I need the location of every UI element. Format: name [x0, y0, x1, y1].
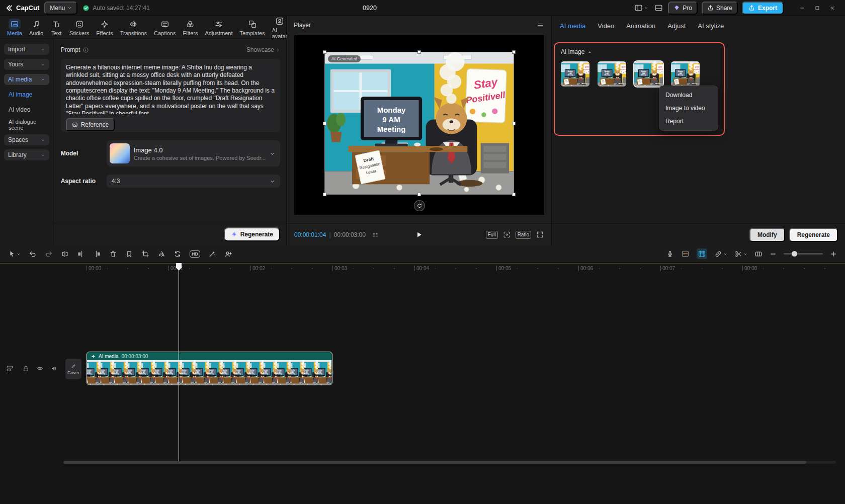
prompt-input[interactable]: Generate a hilarious internet meme image… — [61, 59, 280, 132]
select-tool-button[interactable] — [8, 250, 21, 258]
menu-button[interactable]: Menu — [44, 2, 77, 15]
track-options-icon[interactable] — [6, 365, 14, 372]
export-button[interactable]: Export — [742, 2, 784, 15]
mute-track-icon[interactable] — [50, 365, 58, 372]
sidebar-item-yours[interactable]: Yours — [4, 59, 49, 70]
workspace-layout-icon[interactable] — [633, 3, 649, 13]
enhance-wand-icon[interactable] — [208, 250, 216, 258]
tab-animation[interactable]: Animation — [626, 22, 655, 30]
tab-text[interactable]: Text — [47, 19, 65, 36]
model-dropdown[interactable]: Image 4.0 Create a cohesive set of image… — [107, 140, 280, 166]
prompt-regenerate-button[interactable]: Regenerate — [224, 227, 280, 241]
rotate-handle[interactable] — [414, 200, 425, 211]
zoom-slider-thumb[interactable] — [792, 251, 797, 257]
resize-handle-e[interactable] — [512, 122, 516, 125]
tab-effects[interactable]: Effects — [93, 19, 116, 36]
tab-templates[interactable]: Templates — [236, 19, 268, 36]
close-button[interactable] — [825, 2, 840, 15]
record-voiceover-icon[interactable] — [666, 250, 674, 258]
image-variant-3[interactable] — [634, 61, 663, 87]
sidebar-item-ai-image[interactable]: AI image — [4, 89, 49, 100]
sidebar-item-import[interactable]: Import — [4, 44, 49, 55]
toggle-visibility-icon[interactable] — [36, 365, 44, 372]
context-menu-report[interactable]: Report — [659, 115, 718, 128]
mark-icon[interactable] — [125, 250, 133, 258]
mirror-icon[interactable] — [157, 250, 165, 258]
track-mode-a-icon[interactable] — [681, 249, 690, 258]
ai-image-section-header[interactable]: AI image — [561, 48, 718, 55]
showcase-link[interactable]: Showcase — [246, 46, 280, 53]
context-menu-image-to-video[interactable]: Image to video — [659, 102, 718, 115]
sidebar-item-ai-video[interactable]: AI video — [4, 104, 49, 115]
focus-frame-icon[interactable] — [503, 231, 511, 238]
link-clips-button[interactable] — [714, 250, 727, 258]
hd-badge[interactable]: HD — [190, 250, 200, 258]
resize-handle-w[interactable] — [323, 122, 326, 125]
ratio-button[interactable]: Ratio — [516, 231, 531, 239]
info-icon[interactable] — [82, 47, 89, 53]
sidebar-item-ai-media[interactable]: AI media — [4, 74, 49, 85]
playhead[interactable] — [179, 263, 179, 461]
tab-adjustment[interactable]: Adjustment — [202, 19, 235, 36]
tab-stickers[interactable]: Stickers — [66, 19, 92, 36]
sidebar-item-library[interactable]: Library — [4, 149, 49, 160]
tab-video[interactable]: Video — [598, 22, 614, 30]
modify-button[interactable]: Modify — [749, 228, 785, 242]
preview-frames-icon[interactable] — [754, 250, 763, 258]
tab-captions[interactable]: Captions — [151, 19, 179, 36]
generated-image[interactable]: AI-Generated — [325, 52, 514, 194]
auto-cut-button[interactable] — [734, 250, 747, 258]
sidebar-item-spaces[interactable]: Spaces — [4, 134, 49, 145]
context-menu-download[interactable]: Download — [659, 89, 718, 102]
player-menu-icon[interactable] — [537, 22, 544, 29]
zoom-out-icon[interactable] — [770, 250, 777, 258]
timeline-ruler[interactable]: 00:00 00:01 00:02 00:03 00:04 00:05 00:0… — [0, 263, 845, 274]
redo-icon[interactable] — [45, 250, 53, 258]
resize-handle-n[interactable] — [417, 50, 421, 54]
split-icon[interactable] — [61, 250, 69, 258]
aspect-ratio-dropdown[interactable]: 4:3 — [107, 175, 280, 188]
image-variant-2[interactable] — [598, 61, 626, 87]
replace-icon[interactable] — [174, 250, 182, 258]
tab-filters[interactable]: Filters — [180, 19, 201, 36]
play-button[interactable] — [415, 231, 423, 238]
tab-media[interactable]: Media — [4, 19, 25, 36]
timeline-zoom-slider[interactable] — [784, 253, 823, 255]
sidebar-item-ai-dialogue-scene[interactable]: AI dialogue scene — [4, 119, 49, 130]
pro-button[interactable]: Pro — [668, 2, 698, 15]
delete-icon[interactable] — [109, 250, 117, 258]
share-button[interactable]: Share — [702, 2, 738, 15]
tab-adjust[interactable]: Adjust — [667, 22, 686, 30]
maximize-button[interactable] — [810, 2, 825, 15]
window-controls — [795, 2, 840, 15]
add-person-icon[interactable] — [224, 250, 232, 258]
ai-media-clip[interactable]: AI media 00:00:03:00 — [87, 352, 332, 385]
delete-left-icon[interactable] — [77, 250, 85, 258]
full-preview-button[interactable]: Full — [486, 231, 498, 239]
panel-regenerate-button[interactable]: Regenerate — [789, 228, 838, 242]
resize-handle-ne[interactable] — [512, 50, 516, 54]
lock-track-icon[interactable] — [22, 365, 30, 372]
resize-handle-nw[interactable] — [323, 50, 326, 54]
crop-icon[interactable] — [141, 250, 149, 258]
minimize-button[interactable] — [795, 2, 810, 15]
delete-right-icon[interactable] — [93, 250, 101, 258]
image-variant-1[interactable] — [561, 61, 589, 87]
reference-button[interactable]: Reference — [66, 118, 115, 131]
tab-audio[interactable]: Audio — [26, 19, 46, 36]
cover-button[interactable]: Cover — [65, 359, 81, 379]
scrollbar-thumb[interactable] — [64, 461, 806, 464]
storyboard-icon[interactable] — [372, 231, 379, 238]
tab-transitions[interactable]: Transitions — [117, 19, 150, 36]
panel-toggle-icon[interactable] — [653, 3, 664, 13]
tab-ai-stylize[interactable]: AI stylize — [698, 22, 724, 30]
resize-handle-sw[interactable] — [323, 193, 326, 196]
undo-icon[interactable] — [29, 250, 37, 258]
zoom-in-icon[interactable] — [830, 250, 837, 258]
resize-handle-s[interactable] — [417, 193, 421, 196]
track-mode-b-icon[interactable] — [697, 248, 707, 259]
image-variant-4[interactable] — [671, 61, 700, 87]
tab-ai-media[interactable]: AI media — [560, 22, 585, 30]
fullscreen-icon[interactable] — [536, 231, 544, 238]
resize-handle-se[interactable] — [512, 193, 516, 196]
